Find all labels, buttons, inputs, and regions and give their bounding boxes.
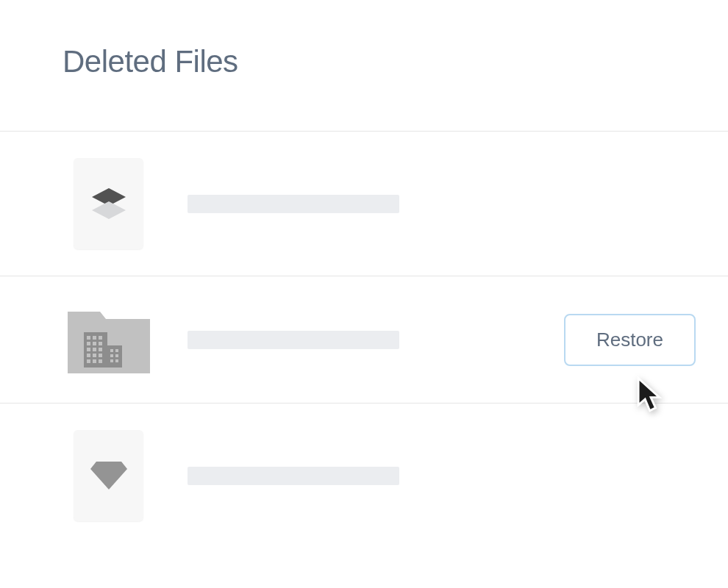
folder-thumbnail <box>65 303 153 376</box>
svg-rect-3 <box>107 345 122 368</box>
page-title: Deleted Files <box>0 44 728 79</box>
svg-rect-9 <box>99 342 102 345</box>
building-folder-icon <box>65 303 153 376</box>
svg-rect-15 <box>99 354 102 357</box>
file-thumbnail <box>74 430 143 521</box>
file-thumbnail <box>74 158 143 249</box>
diamond-icon <box>90 462 127 490</box>
svg-rect-20 <box>115 349 118 352</box>
svg-rect-19 <box>110 349 113 352</box>
svg-rect-5 <box>93 336 96 340</box>
svg-rect-21 <box>110 354 113 357</box>
restore-button[interactable]: Restore <box>564 314 696 366</box>
file-name-placeholder <box>188 195 399 213</box>
svg-rect-13 <box>87 354 90 357</box>
layers-icon <box>92 188 126 219</box>
svg-rect-7 <box>87 342 90 345</box>
svg-rect-10 <box>87 348 90 351</box>
svg-rect-16 <box>87 359 90 363</box>
deleted-files-list: Restore <box>0 131 728 548</box>
svg-rect-6 <box>99 336 102 340</box>
svg-marker-25 <box>90 462 127 490</box>
svg-rect-23 <box>110 359 113 362</box>
file-name-placeholder <box>188 331 399 349</box>
svg-rect-18 <box>99 359 102 363</box>
file-name-placeholder <box>188 467 399 485</box>
svg-marker-1 <box>92 201 126 219</box>
svg-rect-17 <box>93 359 96 363</box>
file-row[interactable] <box>0 132 728 276</box>
svg-rect-12 <box>99 348 102 351</box>
svg-rect-11 <box>93 348 96 351</box>
file-row[interactable] <box>0 404 728 548</box>
svg-rect-22 <box>115 354 118 357</box>
svg-rect-4 <box>87 336 90 340</box>
svg-rect-8 <box>93 342 96 345</box>
svg-rect-14 <box>93 354 96 357</box>
file-row[interactable]: Restore <box>0 276 728 404</box>
svg-rect-24 <box>115 359 118 362</box>
